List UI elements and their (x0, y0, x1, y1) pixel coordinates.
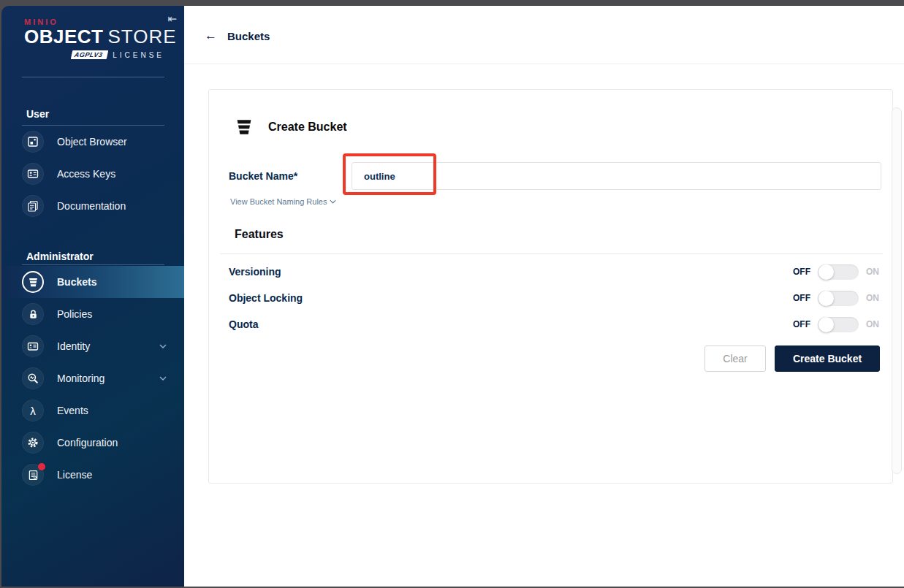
form-buttons-row: Clear Create Bucket (704, 345, 880, 372)
sidebar-item-label: Access Keys (57, 168, 115, 180)
user-menu: Object Browser Access Keys Documentation (1, 126, 184, 222)
off-label: OFF (793, 319, 810, 329)
chevron-down-icon[interactable] (159, 376, 167, 381)
sidebar-item-label: Object Browser (57, 136, 127, 148)
toggle-knob (818, 264, 834, 280)
product-title: OBJECTSTORE (24, 27, 164, 47)
bucket-icon (235, 118, 254, 137)
versioning-label: Versioning (229, 266, 281, 278)
identity-icon (22, 335, 44, 357)
license-icon (22, 464, 44, 486)
section-label-user: User (26, 108, 49, 120)
sidebar-item-label: Events (57, 405, 88, 416)
bucket-name-label: Bucket Name* (229, 170, 297, 182)
sidebar-item-configuration[interactable]: Configuration (1, 427, 184, 459)
object-locking-label: Object Locking (229, 292, 303, 304)
on-label: ON (866, 267, 879, 277)
page-title: Create Bucket (268, 121, 347, 134)
quota-label: Quota (229, 318, 258, 330)
back-link-label: Buckets (227, 30, 270, 42)
sidebar-item-buckets[interactable]: Buckets (1, 266, 184, 298)
documentation-icon (22, 195, 44, 217)
window-title-bar (0, 0, 904, 6)
on-label: ON (866, 319, 879, 329)
quota-toggle[interactable] (818, 317, 859, 332)
toggle-knob (818, 317, 834, 332)
object-locking-toggle[interactable] (818, 291, 859, 306)
gear-icon (22, 432, 44, 454)
page-header: ← Buckets (184, 6, 904, 64)
section-label-administrator: Administrator (26, 251, 94, 262)
agpl-badge: AGPLV3 (70, 50, 107, 59)
administrator-menu: Buckets Policies Identity Monitoring (1, 266, 184, 491)
sidebar: ⇤ MINIO OBJECTSTORE AGPLV3 LICENSE User … (1, 6, 184, 587)
sidebar-item-license[interactable]: License (1, 459, 184, 491)
features-divider (220, 253, 883, 254)
feature-row-object-locking: Object Locking OFF ON (209, 288, 894, 308)
sidebar-item-label: Documentation (57, 200, 126, 212)
create-bucket-button[interactable]: Create Bucket (775, 345, 880, 372)
feature-row-versioning: Versioning OFF ON (209, 261, 894, 282)
sidebar-item-events[interactable]: λ Events (1, 394, 184, 427)
object-locking-toggle-cluster: OFF ON (793, 291, 879, 306)
object-browser-icon (22, 131, 44, 153)
sidebar-item-label: License (57, 469, 92, 481)
sidebar-item-policies[interactable]: Policies (1, 298, 184, 330)
chevron-down-icon[interactable] (159, 344, 167, 348)
license-badge-row: AGPLV3 LICENSE (24, 50, 164, 59)
chevron-down-icon (330, 199, 336, 204)
logo-divider (22, 77, 164, 77)
naming-rules-label: View Bucket Naming Rules (230, 197, 327, 206)
events-lambda-icon: λ (22, 400, 44, 421)
policies-icon (22, 303, 44, 325)
back-arrow-icon: ← (205, 28, 217, 43)
versioning-toggle-cluster: OFF ON (793, 264, 879, 280)
versioning-toggle[interactable] (818, 264, 859, 280)
off-label: OFF (793, 293, 810, 303)
sidebar-item-label: Buckets (57, 276, 96, 288)
card-title-row: Create Bucket (235, 118, 347, 137)
license-label: LICENSE (113, 51, 164, 59)
features-section-title: Features (235, 228, 284, 241)
sidebar-item-monitoring[interactable]: Monitoring (1, 362, 184, 394)
access-keys-icon (22, 163, 44, 185)
sidebar-item-label: Policies (57, 308, 92, 320)
sidebar-item-documentation[interactable]: Documentation (1, 190, 184, 222)
sidebar-item-object-browser[interactable]: Object Browser (1, 126, 184, 158)
sidebar-item-label: Configuration (57, 437, 118, 448)
back-to-buckets-link[interactable]: ← Buckets (205, 28, 270, 43)
buckets-icon (22, 271, 44, 293)
main-content: ← Buckets Create Bucket Bucket Name* Vie… (184, 6, 904, 587)
license-notification-dot (38, 463, 45, 470)
sidebar-item-label: Identity (57, 340, 90, 352)
clear-button[interactable]: Clear (704, 345, 766, 372)
sidebar-item-identity[interactable]: Identity (1, 330, 184, 362)
sidebar-collapse-icon[interactable]: ⇤ (167, 13, 177, 24)
feature-row-quota: Quota OFF ON (209, 314, 894, 335)
on-label: ON (866, 293, 879, 303)
sidebar-item-label: Monitoring (57, 373, 105, 384)
section-divider (22, 264, 164, 265)
scrollbar[interactable] (892, 107, 902, 474)
quota-toggle-cluster: OFF ON (793, 317, 879, 332)
off-label: OFF (793, 267, 810, 277)
view-naming-rules-link[interactable]: View Bucket Naming Rules (230, 197, 336, 206)
app-logo: MINIO OBJECTSTORE AGPLV3 LICENSE (24, 18, 164, 59)
bucket-name-input[interactable] (352, 162, 881, 190)
create-bucket-card: Create Bucket Bucket Name* View Bucket N… (208, 89, 893, 484)
monitoring-icon (22, 367, 44, 389)
sidebar-item-access-keys[interactable]: Access Keys (1, 158, 184, 190)
toggle-knob (818, 291, 834, 306)
